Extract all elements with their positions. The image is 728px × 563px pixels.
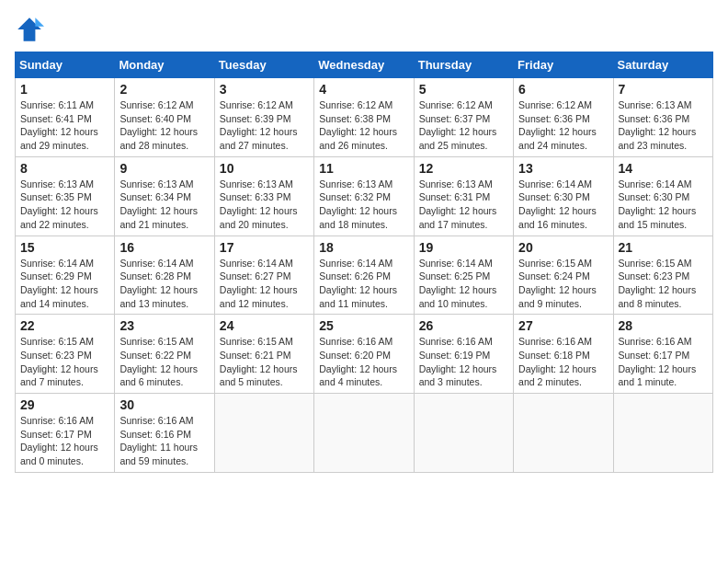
day-number: 11 bbox=[319, 161, 408, 176]
calendar-table: Sunday Monday Tuesday Wednesday Thursday… bbox=[15, 52, 713, 473]
header-saturday: Saturday bbox=[613, 52, 712, 78]
day-info: Sunrise: 6:12 AMSunset: 6:37 PMDaylight:… bbox=[419, 98, 508, 153]
day-info: Sunrise: 6:14 AMSunset: 6:29 PMDaylight:… bbox=[20, 257, 109, 311]
calendar-cell: 17Sunrise: 6:14 AMSunset: 6:27 PMDayligh… bbox=[214, 236, 313, 315]
day-info: Sunrise: 6:13 AMSunset: 6:31 PMDaylight:… bbox=[419, 178, 508, 232]
day-info: Sunrise: 6:13 AMSunset: 6:34 PMDaylight:… bbox=[119, 178, 209, 232]
calendar-cell: 21Sunrise: 6:15 AMSunset: 6:23 PMDayligh… bbox=[613, 236, 712, 315]
day-info: Sunrise: 6:16 AMSunset: 6:17 PMDaylight:… bbox=[619, 335, 708, 389]
calendar-week-5: 29Sunrise: 6:16 AMSunset: 6:17 PMDayligh… bbox=[16, 394, 713, 473]
day-number: 25 bbox=[319, 318, 408, 333]
day-info: Sunrise: 6:16 AMSunset: 6:20 PMDaylight:… bbox=[319, 335, 408, 389]
day-number: 13 bbox=[518, 161, 608, 176]
calendar-cell: 2Sunrise: 6:12 AMSunset: 6:40 PMDaylight… bbox=[115, 78, 214, 157]
calendar-cell bbox=[414, 394, 513, 473]
day-number: 26 bbox=[419, 318, 508, 333]
day-number: 7 bbox=[619, 82, 708, 97]
calendar-cell: 11Sunrise: 6:13 AMSunset: 6:32 PMDayligh… bbox=[314, 156, 414, 236]
calendar-week-3: 15Sunrise: 6:14 AMSunset: 6:29 PMDayligh… bbox=[16, 236, 713, 315]
day-number: 4 bbox=[319, 82, 408, 97]
day-number: 1 bbox=[20, 82, 109, 97]
day-info: Sunrise: 6:15 AMSunset: 6:23 PMDaylight:… bbox=[619, 257, 708, 311]
day-info: Sunrise: 6:12 AMSunset: 6:36 PMDaylight:… bbox=[518, 98, 608, 153]
day-number: 21 bbox=[619, 240, 708, 255]
calendar-cell: 22Sunrise: 6:15 AMSunset: 6:23 PMDayligh… bbox=[16, 315, 115, 394]
calendar-cell: 30Sunrise: 6:16 AMSunset: 6:16 PMDayligh… bbox=[115, 394, 214, 473]
calendar-cell: 1Sunrise: 6:11 AMSunset: 6:41 PMDaylight… bbox=[16, 78, 115, 157]
day-info: Sunrise: 6:16 AMSunset: 6:18 PMDaylight:… bbox=[518, 335, 608, 389]
day-number: 3 bbox=[220, 82, 309, 97]
day-info: Sunrise: 6:13 AMSunset: 6:35 PMDaylight:… bbox=[20, 178, 109, 232]
day-number: 24 bbox=[220, 318, 309, 333]
day-info: Sunrise: 6:12 AMSunset: 6:40 PMDaylight:… bbox=[119, 98, 209, 153]
svg-marker-1 bbox=[35, 17, 44, 27]
calendar-cell: 19Sunrise: 6:14 AMSunset: 6:25 PMDayligh… bbox=[414, 236, 513, 315]
day-number: 29 bbox=[20, 397, 109, 412]
calendar-cell: 20Sunrise: 6:15 AMSunset: 6:24 PMDayligh… bbox=[514, 236, 613, 315]
day-info: Sunrise: 6:14 AMSunset: 6:27 PMDaylight:… bbox=[220, 257, 309, 311]
header-tuesday: Tuesday bbox=[214, 52, 313, 78]
header-sunday: Sunday bbox=[16, 52, 115, 78]
calendar-cell: 13Sunrise: 6:14 AMSunset: 6:30 PMDayligh… bbox=[514, 156, 613, 236]
day-info: Sunrise: 6:13 AMSunset: 6:36 PMDaylight:… bbox=[619, 98, 708, 153]
calendar-week-2: 8Sunrise: 6:13 AMSunset: 6:35 PMDaylight… bbox=[16, 156, 713, 236]
day-number: 20 bbox=[518, 240, 608, 255]
day-info: Sunrise: 6:16 AMSunset: 6:16 PMDaylight:… bbox=[119, 414, 209, 468]
calendar-cell: 16Sunrise: 6:14 AMSunset: 6:28 PMDayligh… bbox=[115, 236, 214, 315]
calendar-cell: 27Sunrise: 6:16 AMSunset: 6:18 PMDayligh… bbox=[514, 315, 613, 394]
header-monday: Monday bbox=[115, 52, 214, 78]
day-number: 28 bbox=[619, 318, 708, 333]
calendar-cell: 7Sunrise: 6:13 AMSunset: 6:36 PMDaylight… bbox=[613, 78, 712, 157]
day-number: 14 bbox=[619, 161, 708, 176]
day-info: Sunrise: 6:11 AMSunset: 6:41 PMDaylight:… bbox=[20, 98, 109, 153]
day-number: 17 bbox=[220, 240, 309, 255]
day-number: 6 bbox=[518, 82, 608, 97]
day-info: Sunrise: 6:13 AMSunset: 6:33 PMDaylight:… bbox=[220, 178, 309, 232]
calendar-header-row: Sunday Monday Tuesday Wednesday Thursday… bbox=[16, 52, 713, 78]
day-number: 2 bbox=[119, 82, 209, 97]
calendar-cell: 15Sunrise: 6:14 AMSunset: 6:29 PMDayligh… bbox=[16, 236, 115, 315]
page-container: Sunday Monday Tuesday Wednesday Thursday… bbox=[15, 15, 713, 473]
day-number: 12 bbox=[419, 161, 508, 176]
calendar-cell: 18Sunrise: 6:14 AMSunset: 6:26 PMDayligh… bbox=[314, 236, 414, 315]
day-info: Sunrise: 6:15 AMSunset: 6:24 PMDaylight:… bbox=[518, 257, 608, 311]
day-info: Sunrise: 6:16 AMSunset: 6:19 PMDaylight:… bbox=[419, 335, 508, 389]
day-info: Sunrise: 6:13 AMSunset: 6:32 PMDaylight:… bbox=[319, 178, 408, 232]
day-info: Sunrise: 6:15 AMSunset: 6:23 PMDaylight:… bbox=[20, 335, 109, 389]
day-info: Sunrise: 6:15 AMSunset: 6:22 PMDaylight:… bbox=[119, 335, 209, 389]
calendar-cell: 6Sunrise: 6:12 AMSunset: 6:36 PMDaylight… bbox=[514, 78, 613, 157]
header-thursday: Thursday bbox=[414, 52, 513, 78]
header-wednesday: Wednesday bbox=[314, 52, 414, 78]
calendar-cell: 28Sunrise: 6:16 AMSunset: 6:17 PMDayligh… bbox=[613, 315, 712, 394]
header-friday: Friday bbox=[514, 52, 613, 78]
calendar-cell: 4Sunrise: 6:12 AMSunset: 6:38 PMDaylight… bbox=[314, 78, 414, 157]
calendar-cell: 12Sunrise: 6:13 AMSunset: 6:31 PMDayligh… bbox=[414, 156, 513, 236]
calendar-cell: 9Sunrise: 6:13 AMSunset: 6:34 PMDaylight… bbox=[115, 156, 214, 236]
calendar-cell bbox=[214, 394, 313, 473]
day-number: 15 bbox=[20, 240, 109, 255]
day-number: 10 bbox=[220, 161, 309, 176]
day-number: 9 bbox=[119, 161, 209, 176]
calendar-week-1: 1Sunrise: 6:11 AMSunset: 6:41 PMDaylight… bbox=[16, 78, 713, 157]
day-number: 30 bbox=[119, 397, 209, 412]
day-info: Sunrise: 6:14 AMSunset: 6:28 PMDaylight:… bbox=[119, 257, 209, 311]
logo bbox=[15, 15, 48, 44]
day-info: Sunrise: 6:12 AMSunset: 6:38 PMDaylight:… bbox=[319, 98, 408, 153]
day-info: Sunrise: 6:16 AMSunset: 6:17 PMDaylight:… bbox=[20, 414, 109, 468]
calendar-cell: 3Sunrise: 6:12 AMSunset: 6:39 PMDaylight… bbox=[214, 78, 313, 157]
calendar-cell: 29Sunrise: 6:16 AMSunset: 6:17 PMDayligh… bbox=[16, 394, 115, 473]
day-info: Sunrise: 6:12 AMSunset: 6:39 PMDaylight:… bbox=[220, 98, 309, 153]
logo-icon bbox=[15, 15, 44, 44]
calendar-cell bbox=[314, 394, 414, 473]
day-number: 27 bbox=[518, 318, 608, 333]
day-info: Sunrise: 6:15 AMSunset: 6:21 PMDaylight:… bbox=[220, 335, 309, 389]
day-number: 19 bbox=[419, 240, 508, 255]
day-info: Sunrise: 6:14 AMSunset: 6:26 PMDaylight:… bbox=[319, 257, 408, 311]
day-number: 22 bbox=[20, 318, 109, 333]
calendar-cell: 24Sunrise: 6:15 AMSunset: 6:21 PMDayligh… bbox=[214, 315, 313, 394]
day-number: 18 bbox=[319, 240, 408, 255]
calendar-cell bbox=[514, 394, 613, 473]
calendar-cell: 25Sunrise: 6:16 AMSunset: 6:20 PMDayligh… bbox=[314, 315, 414, 394]
calendar-cell: 26Sunrise: 6:16 AMSunset: 6:19 PMDayligh… bbox=[414, 315, 513, 394]
day-info: Sunrise: 6:14 AMSunset: 6:30 PMDaylight:… bbox=[619, 178, 708, 232]
